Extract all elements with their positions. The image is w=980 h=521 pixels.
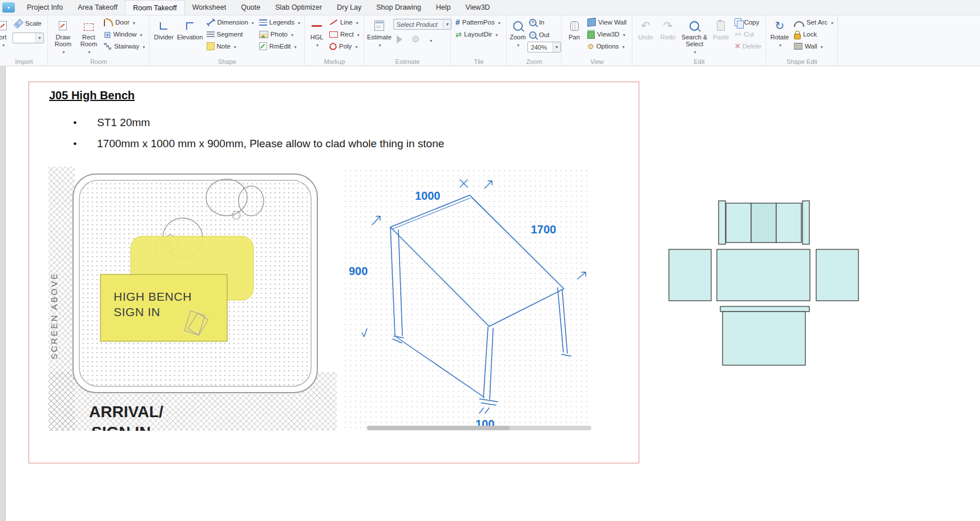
cut-scissors-icon: ✂ <box>735 30 741 38</box>
page-title: J05 High Bench <box>49 89 135 102</box>
note-icon <box>207 42 215 50</box>
tab-slab-optimizer[interactable]: Slab Optimizer <box>268 0 329 15</box>
delete-button[interactable]: × Delete <box>733 41 763 52</box>
elevation-icon <box>186 22 193 30</box>
lock-button[interactable]: Lock <box>792 29 835 40</box>
import-button[interactable]: ort <box>0 17 11 49</box>
layoutdir-icon: ⇄ <box>455 31 462 38</box>
tab-project-info[interactable]: Project Info <box>19 0 70 15</box>
legends-button[interactable]: Legends <box>257 17 302 28</box>
door-button[interactable]: Door <box>102 17 147 28</box>
tab-worksheet[interactable]: Worksheet <box>185 0 234 15</box>
chevron-down-icon[interactable] <box>552 42 560 52</box>
bullet-icon <box>73 116 97 129</box>
set-arc-button[interactable]: Set Arc <box>792 17 835 28</box>
scale-value-combobox[interactable] <box>13 33 44 43</box>
zoom-in-button[interactable]: + In <box>527 17 561 28</box>
stairway-icon <box>104 43 107 45</box>
search-select-button[interactable]: Search & Select <box>680 17 709 56</box>
divider-icon <box>160 22 167 30</box>
zoom-icon <box>513 21 523 31</box>
ribbon-tab-bar: ▾ Project Info Area Takeoff Room Takeoff… <box>0 0 980 15</box>
zoom-in-icon: + <box>529 19 537 26</box>
segment-button[interactable]: Segment <box>205 29 256 40</box>
tab-dry-lay[interactable]: Dry Lay <box>329 0 369 15</box>
view-wall-button[interactable]: View Wall <box>586 17 628 28</box>
group-import: ort Scale <box>0 15 48 66</box>
slab-panel[interactable] <box>719 201 725 244</box>
group-edit: ↶ Undo ↷ Redo Search & Select Paste Copy <box>632 15 766 66</box>
estimate-more-arrow[interactable] <box>429 34 432 45</box>
slab-panel[interactable] <box>669 249 711 301</box>
hgl-button[interactable]: HGL <box>308 17 326 49</box>
slab-panel[interactable] <box>776 203 801 243</box>
zoom-level-combobox[interactable]: 240% <box>527 42 561 52</box>
run-estimate-icon[interactable] <box>397 35 402 43</box>
tab-quote[interactable]: Quote <box>233 0 268 15</box>
divider-button[interactable]: Divider <box>152 17 175 41</box>
tab-view3d[interactable]: View3D <box>458 0 498 15</box>
estimate-icon <box>374 21 384 31</box>
poly-button[interactable]: Poly <box>328 41 361 52</box>
line-icon <box>330 19 337 25</box>
rect-button[interactable]: Rect <box>328 29 361 40</box>
line-button[interactable]: Line <box>328 17 361 28</box>
options-button[interactable]: ⚙ Options <box>586 41 628 52</box>
rect-room-button[interactable]: Rect Room <box>77 17 100 56</box>
dimension-button[interactable]: Dimension <box>205 17 256 28</box>
tab-room-takeoff[interactable]: Room Takeoff <box>125 0 185 15</box>
layoutdir-button[interactable]: ⇄ LayoutDir <box>454 29 502 40</box>
window-icon: ⊞ <box>104 30 111 39</box>
patternpos-button[interactable]: # PatternPos <box>454 17 502 28</box>
cut-button[interactable]: ✂ Cut <box>733 29 763 40</box>
slab-panel-net[interactable] <box>669 201 858 365</box>
tab-help[interactable]: Help <box>429 0 458 15</box>
draw-room-button[interactable]: Draw Room <box>51 17 75 56</box>
tab-shop-drawing[interactable]: Shop Drawing <box>369 0 429 15</box>
rmedit-icon <box>259 42 267 50</box>
lock-icon <box>794 34 801 39</box>
slab-panel[interactable] <box>720 306 809 312</box>
pan-button[interactable]: Pan <box>564 17 584 41</box>
wall-button[interactable]: Wall <box>792 41 835 52</box>
canvas-left-scrollbar[interactable] <box>0 66 6 521</box>
elevation-button[interactable]: Elevation <box>177 17 203 41</box>
rmedit-button[interactable]: RmEdit <box>257 41 302 52</box>
chevron-down-icon: ▾ <box>7 5 10 10</box>
copy-button[interactable]: Copy <box>733 17 763 28</box>
redo-button[interactable]: ↷ Redo <box>658 17 678 41</box>
note-button[interactable]: Note <box>205 41 256 52</box>
photo-button[interactable]: Photo <box>257 29 302 40</box>
tab-area-takeoff[interactable]: Area Takeoff <box>70 0 125 15</box>
window-button[interactable]: ⊞ Window <box>102 29 147 40</box>
group-shape: Divider Elevation Dimension Segment Note <box>150 15 305 66</box>
zoom-button[interactable]: Zoom <box>510 17 526 49</box>
paste-button[interactable]: Paste <box>711 17 731 41</box>
rect-room-icon <box>84 23 94 31</box>
wall-icon <box>794 43 802 50</box>
slab-panel[interactable] <box>802 201 809 244</box>
app-menu-button[interactable]: ▾ <box>2 2 15 13</box>
chevron-down-icon[interactable] <box>35 33 43 43</box>
select-product-combobox[interactable]: Select Product <box>393 19 451 30</box>
slab-panel[interactable] <box>717 249 810 301</box>
scale-button[interactable]: Scale <box>13 18 44 29</box>
gear-icon[interactable]: ⚙ <box>412 35 420 44</box>
chevron-down-icon[interactable] <box>443 19 451 29</box>
undo-button[interactable]: ↶ Undo <box>635 17 656 41</box>
zoom-out-button[interactable]: − Out <box>527 29 561 41</box>
estimate-button[interactable]: Estimate <box>367 17 392 49</box>
takeoff-app: ▾ Project Info Area Takeoff Room Takeoff… <box>0 0 980 521</box>
ribbon-spacer <box>838 15 980 66</box>
view3d-button[interactable]: View3D <box>586 29 628 40</box>
stairway-button[interactable]: Stairway <box>102 41 147 52</box>
slab-panel[interactable] <box>816 249 858 301</box>
rotate-button[interactable]: ↻ Rotate <box>769 17 791 49</box>
delete-x-icon: × <box>735 42 740 51</box>
undo-icon: ↶ <box>641 20 651 31</box>
slab-panel[interactable] <box>723 312 805 365</box>
slab-panel[interactable] <box>726 203 751 243</box>
list-item: ST1 20mm <box>73 116 444 138</box>
hgl-icon <box>312 25 322 27</box>
slab-panel[interactable] <box>751 203 776 243</box>
